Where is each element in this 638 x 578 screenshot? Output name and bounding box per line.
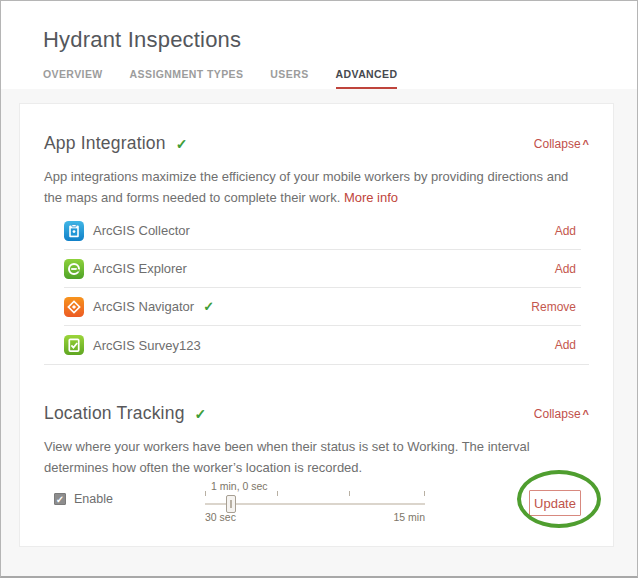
collapse-location-tracking-link[interactable]: Collapse^ xyxy=(534,407,589,421)
tab-users[interactable]: USERS xyxy=(270,68,308,89)
app-name: ArcGIS Explorer xyxy=(93,261,187,276)
tab-assignment-types[interactable]: ASSIGNMENT TYPES xyxy=(130,68,244,89)
slider-track[interactable] xyxy=(205,503,425,505)
slider-tick xyxy=(205,491,206,496)
check-icon: ✓ xyxy=(176,136,188,152)
slider-min-label: 30 sec xyxy=(205,511,236,523)
add-explorer-link[interactable]: Add xyxy=(555,262,581,276)
explorer-app-icon xyxy=(64,259,84,279)
settings-card: App Integration ✓ Collapse^ App integrat… xyxy=(19,103,614,547)
slider-max-label: 15 min xyxy=(393,511,425,523)
navigator-app-icon xyxy=(64,297,84,317)
app-name: ArcGIS Navigator xyxy=(93,299,194,314)
app-integration-section: App Integration ✓ Collapse^ App integrat… xyxy=(44,104,589,365)
collapse-label: Collapse xyxy=(534,407,581,421)
add-survey123-link[interactable]: Add xyxy=(555,338,581,352)
app-integration-title: App Integration xyxy=(44,133,166,154)
page-header: Hydrant Inspections OVERVIEW ASSIGNMENT … xyxy=(1,1,637,89)
page-title: Hydrant Inspections xyxy=(43,27,637,53)
app-list: ArcGIS Collector Add xyxy=(64,212,581,364)
slider-tick xyxy=(349,491,350,496)
location-tracking-section: Location Tracking ✓ Collapse^ View where… xyxy=(44,365,589,542)
chevron-up-icon: ^ xyxy=(583,138,589,150)
tab-bar: OVERVIEW ASSIGNMENT TYPES USERS ADVANCED xyxy=(43,68,637,89)
more-info-link[interactable]: More info xyxy=(344,190,398,205)
app-integration-description: App integrations maximize the efficiency… xyxy=(44,166,589,208)
app-row-explorer: ArcGIS Explorer Add xyxy=(64,250,581,288)
add-collector-link[interactable]: Add xyxy=(555,224,581,238)
interval-slider: 1 min, 0 sec 30 sec 15 min xyxy=(205,480,425,526)
tab-advanced[interactable]: ADVANCED xyxy=(336,68,398,89)
enable-checkbox[interactable]: ✓ xyxy=(54,493,66,505)
collapse-app-integration-link[interactable]: Collapse^ xyxy=(534,137,589,151)
tracking-controls: ✓ Enable 1 min, 0 sec 30 sec 15 min xyxy=(44,480,589,542)
workforce-project-page: Hydrant Inspections OVERVIEW ASSIGNMENT … xyxy=(0,0,638,578)
tab-overview[interactable]: OVERVIEW xyxy=(43,68,103,89)
app-name: ArcGIS Collector xyxy=(93,223,190,238)
check-icon: ✓ xyxy=(195,406,207,422)
advanced-tab-content: App Integration ✓ Collapse^ App integrat… xyxy=(1,89,637,576)
remove-navigator-link[interactable]: Remove xyxy=(531,300,581,314)
location-tracking-title: Location Tracking xyxy=(44,403,185,424)
app-row-survey123: ArcGIS Survey123 Add xyxy=(64,326,581,364)
app-row-collector: ArcGIS Collector Add xyxy=(64,212,581,250)
update-button[interactable]: Update xyxy=(529,490,581,516)
enable-label: Enable xyxy=(74,492,113,506)
slider-tick xyxy=(277,491,278,496)
enable-tracking-control[interactable]: ✓ Enable xyxy=(54,492,113,506)
app-row-navigator: ArcGIS Navigator ✓ Remove xyxy=(64,288,581,326)
slider-value-label: 1 min, 0 sec xyxy=(211,480,268,492)
collapse-label: Collapse xyxy=(534,137,581,151)
check-icon: ✓ xyxy=(203,299,214,314)
app-name: ArcGIS Survey123 xyxy=(93,338,201,353)
description-text: App integrations maximize the efficiency… xyxy=(44,169,568,205)
survey123-app-icon xyxy=(64,335,84,355)
slider-tick xyxy=(424,491,425,496)
collector-app-icon xyxy=(64,221,84,241)
chevron-up-icon: ^ xyxy=(583,408,589,420)
location-tracking-description: View where your workers have been when t… xyxy=(44,436,589,478)
